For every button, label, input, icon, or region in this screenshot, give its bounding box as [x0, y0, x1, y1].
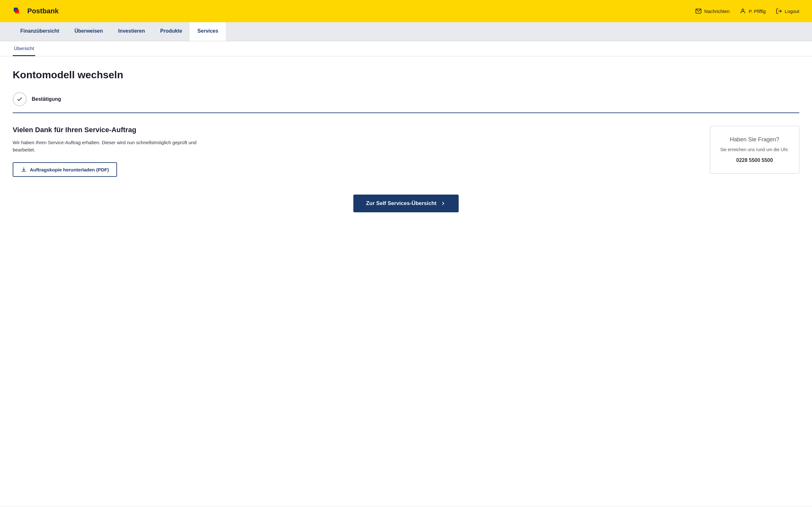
header: Postbank Nachrichten P. Pfiffig [0, 0, 812, 22]
page-title: Kontomodell wechseln [13, 69, 799, 81]
nav-item-investieren[interactable]: Investieren [111, 22, 153, 41]
thank-you-text: Wir haben Ihren Service-Auftrag erhalten… [13, 139, 203, 153]
faq-subtitle: Sie erreichen uns rund um die Uhr. [720, 147, 789, 153]
nav-item-ueberweisen[interactable]: Überweisen [67, 22, 111, 41]
logo-text: Postbank [27, 7, 59, 15]
main-nav: Finanzübersicht Überweisen Investieren P… [0, 22, 812, 41]
user-nav-item[interactable]: P. Pfiffig [740, 8, 766, 14]
thank-you-section: Vielen Dank für Ihren Service-Auftrag Wi… [13, 126, 799, 177]
logout-nav-item[interactable]: Logout [776, 8, 799, 14]
header-nav: Nachrichten P. Pfiffig Logout [695, 8, 799, 14]
faq-box: Haben Sie Fragen? Sie erreichen uns rund… [710, 126, 799, 174]
envelope-icon [695, 8, 702, 14]
user-icon [740, 8, 746, 14]
sub-nav-item-uebersicht[interactable]: Übersicht [13, 41, 35, 56]
download-pdf-button[interactable]: Auftragskopie herunterladen (PDF) [13, 162, 117, 177]
sub-nav: Übersicht [0, 41, 812, 56]
svg-marker-2 [15, 9, 19, 14]
main-content: Kontomodell wechseln Bestätigung Vielen … [0, 56, 812, 506]
nav-item-services[interactable]: Services [190, 22, 226, 41]
nav-item-finanzuebersicht[interactable]: Finanzübersicht [13, 22, 67, 41]
thank-you-left: Vielen Dank für Ihren Service-Auftrag Wi… [13, 126, 691, 177]
nav-item-produkte[interactable]: Produkte [153, 22, 190, 41]
step-circle [13, 92, 27, 106]
step-label: Bestätigung [32, 96, 61, 102]
messages-nav-item[interactable]: Nachrichten [695, 8, 729, 14]
section-divider [13, 112, 799, 113]
download-icon [21, 167, 27, 172]
stepper: Bestätigung [13, 92, 799, 112]
postbank-logo-icon [13, 5, 24, 17]
faq-title: Haben Sie Fragen? [720, 136, 789, 143]
chevron-right-icon [440, 201, 446, 206]
cta-area: Zur Self Services-Übersicht [13, 194, 799, 225]
logo[interactable]: Postbank [13, 5, 59, 17]
logout-icon [776, 8, 782, 14]
self-services-cta-button[interactable]: Zur Self Services-Übersicht [353, 194, 459, 212]
thank-you-title: Vielen Dank für Ihren Service-Auftrag [13, 126, 691, 134]
faq-phone: 0228 5500 5500 [720, 158, 789, 163]
checkmark-icon [16, 96, 23, 102]
svg-point-4 [742, 9, 744, 11]
